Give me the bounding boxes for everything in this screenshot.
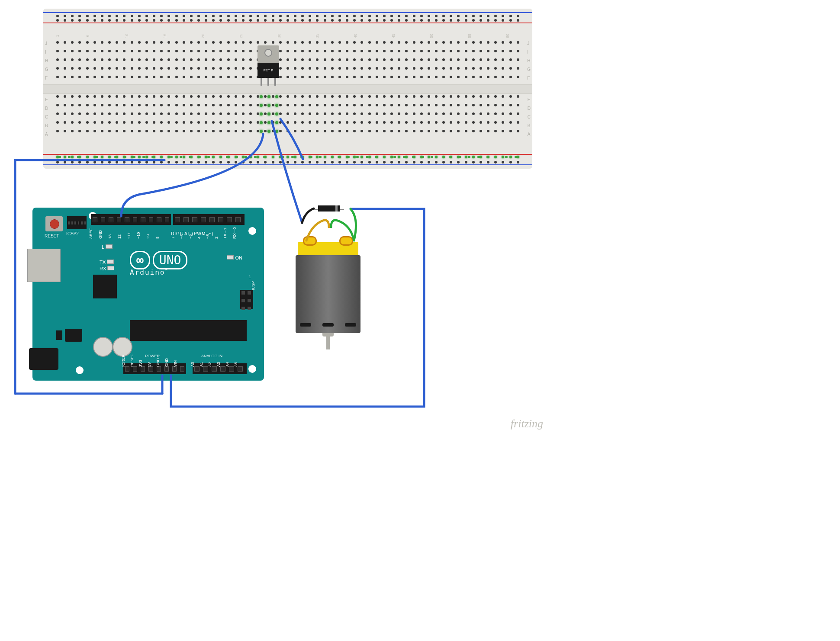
bb-rowlabels-bl: EDCBA	[43, 95, 48, 138]
icsp2-header	[67, 216, 87, 229]
power-label: POWER	[145, 354, 160, 358]
regulator-icon	[56, 329, 87, 342]
fritzing-watermark: fritzing	[511, 417, 543, 430]
mosfet-heatsink-tab	[257, 45, 279, 63]
bb-rowlabels-tl: JIHGF	[43, 39, 48, 82]
digital-header-left	[91, 214, 171, 225]
flyback-diode	[314, 205, 344, 212]
icsp-label: ICSP	[251, 281, 255, 290]
bb-rowlabels-tr: JIHGF	[525, 39, 531, 82]
bb-col-numbers-top: 1 5 10 15 20 25 30 35 40 45 50 55 60	[56, 34, 519, 39]
icsp-pin1: 1	[249, 275, 251, 279]
motor-terminal-right	[339, 236, 353, 246]
reset-button[interactable]	[45, 216, 63, 231]
icsp2-label: ICSP2	[66, 231, 79, 236]
circuit-canvas: 1 5 10 15 20 25 30 35 40 45 50 55 60 JIH…	[9, 9, 545, 433]
capacitor-1-icon	[93, 337, 113, 357]
mosfet-legs	[255, 78, 281, 86]
wire-diode-anode	[302, 208, 314, 223]
icsp-header	[240, 290, 253, 309]
arduino-brand: Arduino™	[130, 268, 168, 276]
breadboard: 1 5 10 15 20 25 30 35 40 45 50 55 60 JIH…	[43, 9, 532, 169]
tx-led-label: TX	[100, 260, 114, 265]
arduino-logo: ∞UNO	[130, 251, 187, 269]
reset-label: RESET	[45, 234, 59, 238]
l-led-label: L	[102, 244, 113, 250]
usb-port	[27, 249, 61, 282]
atmega-dip	[130, 320, 247, 341]
mosfet-body: FET P	[257, 63, 279, 78]
dc-motor	[294, 242, 361, 346]
arduino-uno: RESET ICSP2 ICSP DIGITAL (PWM=~) POWER A…	[32, 208, 264, 381]
mosfet-fet-p: FET P	[255, 45, 281, 84]
digital-header-right	[173, 214, 245, 225]
chip-icon	[93, 275, 117, 298]
analog-label: ANALOG IN	[201, 354, 222, 358]
rx-led-label: RX	[100, 266, 114, 271]
power-jack	[29, 348, 58, 370]
bb-rowlabels-br: EDCBA	[526, 95, 531, 138]
on-led-label: ON	[227, 255, 242, 260]
motor-terminal-left	[303, 236, 317, 246]
